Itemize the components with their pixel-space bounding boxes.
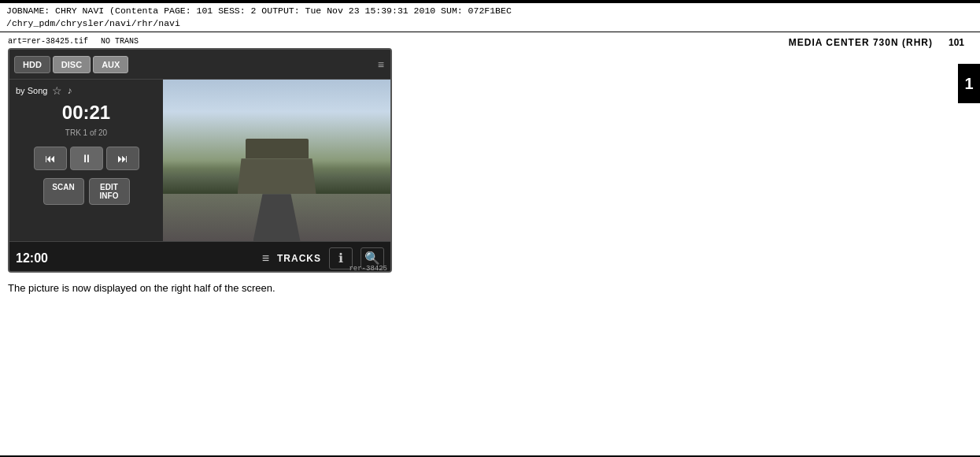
- screen-top-bar: HDD DISC AUX ≡: [9, 50, 390, 80]
- menu-icon[interactable]: ≡: [262, 251, 269, 266]
- screen-bottom-bar: 12:00 ≡ TRACKS ℹ 🔍 rer-38425: [9, 241, 390, 273]
- screen-middle: by Song ☆ ♪ 00:21 TRK 1 of 20 ⏮ ⏸ ⏭ SCAN: [9, 80, 390, 241]
- page-number: 101: [949, 37, 964, 48]
- art-label: art=rer-38425.tif NO TRANS: [8, 37, 512, 46]
- hdd-button[interactable]: HDD: [14, 56, 50, 73]
- fast-forward-button[interactable]: ⏭: [106, 147, 139, 170]
- edit-info-label: EDIT: [96, 183, 123, 191]
- ground: [163, 194, 390, 241]
- bottom-buttons: SCAN EDIT INFO: [16, 178, 157, 205]
- pause-button[interactable]: ⏸: [70, 147, 103, 170]
- caption: The picture is now displayed on the righ…: [8, 281, 392, 297]
- edit-info-label2: INFO: [96, 191, 123, 200]
- clock-display: 12:00: [16, 251, 59, 266]
- road: [253, 194, 301, 241]
- job-line1: JOBNAME: CHRY NAVI (Contenta PAGE: 101 S…: [6, 5, 974, 17]
- song-time: 00:21: [16, 102, 157, 124]
- transport-buttons: ⏮ ⏸ ⏭: [16, 147, 157, 170]
- job-info: JOBNAME: CHRY NAVI (Contenta PAGE: 101 S…: [0, 3, 980, 32]
- chapter-number: 1: [964, 75, 973, 93]
- rer-ref: rer-38425: [349, 265, 387, 273]
- song-label: by Song: [16, 86, 47, 95]
- disc-button[interactable]: DISC: [53, 56, 91, 73]
- edit-info-button[interactable]: EDIT INFO: [89, 178, 130, 205]
- left-column: art=rer-38425.tif NO TRANS HDD DISC AUX …: [0, 32, 520, 305]
- trans-label: NO TRANS: [101, 37, 139, 46]
- screen-container: HDD DISC AUX ≡ by Song ☆ ♪ 00:21 TRK 1 o…: [8, 48, 392, 273]
- tracks-label[interactable]: TRACKS: [277, 253, 321, 264]
- mesa-top: [246, 139, 309, 158]
- music-icon: ♪: [67, 85, 72, 96]
- track-info: TRK 1 of 20: [16, 128, 157, 137]
- main-content: art=rer-38425.tif NO TRANS HDD DISC AUX …: [0, 32, 980, 305]
- chapter-marker: 1: [958, 64, 980, 103]
- mesa-body: [238, 158, 316, 194]
- landscape-image: [163, 80, 390, 241]
- settings-icon: ≡: [378, 58, 384, 71]
- right-column: MEDIA CENTER 730N (RHR) 101 1: [520, 32, 980, 305]
- bottom-icons: ≡ TRACKS ℹ 🔍: [65, 247, 384, 269]
- mesa: [238, 139, 316, 194]
- rewind-button[interactable]: ⏮: [34, 147, 67, 170]
- song-info: by Song ☆ ♪: [16, 84, 157, 97]
- right-header: MEDIA CENTER 730N (RHR) 101: [527, 37, 972, 48]
- scan-button[interactable]: SCAN: [43, 178, 84, 205]
- favorite-icon: ☆: [52, 84, 62, 97]
- media-center-title: MEDIA CENTER 730N (RHR): [789, 37, 933, 48]
- art-ref: art=rer-38425.tif: [8, 37, 88, 46]
- aux-button[interactable]: AUX: [93, 56, 128, 73]
- job-line2: /chry_pdm/chrysler/navi/rhr/navi: [6, 17, 974, 30]
- controls-panel: by Song ☆ ♪ 00:21 TRK 1 of 20 ⏮ ⏸ ⏭ SCAN: [9, 80, 163, 241]
